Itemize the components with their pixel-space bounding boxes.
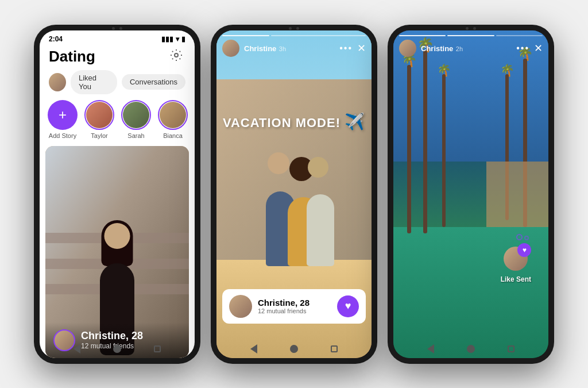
phone2-screen: Christine 3h ••• ✕ <box>216 30 372 358</box>
story-profile-name: Christine, 28 <box>258 298 331 308</box>
figure-head <box>105 223 130 249</box>
story-time-val: 3h <box>279 45 286 52</box>
story-mutual-friends: 12 mutual friends <box>258 308 331 314</box>
story-sp[interactable]: Sp... <box>194 100 195 139</box>
nav-bar <box>40 344 195 354</box>
like-button[interactable]: ♥ <box>337 295 359 317</box>
phone-1: 2:04 ▮▮▮ ▾ ▮ Dating Liked You Conversati… <box>34 25 200 364</box>
story-bianca[interactable]: Bianca <box>157 100 189 139</box>
story-poster-name: Christine <box>244 44 276 53</box>
add-story-button[interactable]: + <box>48 100 78 130</box>
speaker-dot-2 <box>296 27 299 30</box>
like-avatar-wrap: ♥ <box>504 247 528 271</box>
story-poster-info: Christine 2h <box>421 43 463 53</box>
recents-button[interactable] <box>508 345 514 352</box>
nav-bar <box>393 344 548 354</box>
dating-header: Dating <box>40 45 195 70</box>
story-time-val: 2h <box>456 45 463 52</box>
like-heart-badge: ♥ <box>517 243 531 257</box>
story-poster-info: Christine 3h <box>244 43 286 53</box>
story-label-taylor: Taylor <box>91 132 107 139</box>
speaker-dot-2 <box>119 27 122 30</box>
progress-seg-1 <box>222 35 269 36</box>
story-progress <box>393 30 548 40</box>
nav-bar <box>216 344 372 354</box>
like-sent-text: Like Sent <box>501 275 531 283</box>
stories-row: + Add Story Taylor Sarah Bianc <box>40 100 195 146</box>
palm-1: 🌴 <box>401 53 417 233</box>
back-button[interactable] <box>250 344 257 354</box>
plus-icon: + <box>59 107 67 123</box>
back-button[interactable] <box>74 344 80 354</box>
page-title: Dating <box>49 48 95 66</box>
bubble-2 <box>524 236 529 240</box>
status-bar: 2:04 ▮▮▮ ▾ ▮ <box>40 30 195 45</box>
story-profile-avatar <box>229 295 252 318</box>
story-poster-avatar <box>222 40 239 57</box>
home-button[interactable] <box>290 345 298 353</box>
avatar-inner <box>160 102 186 128</box>
speaker-dot-2 <box>473 27 476 30</box>
resort-building <box>486 162 548 227</box>
more-options-icon[interactable]: ••• <box>516 43 529 53</box>
home-button[interactable] <box>467 345 475 353</box>
recents-button[interactable] <box>331 345 338 352</box>
phone-3: Christine 2h ••• ✕ 🌴 🌴 <box>388 25 554 364</box>
tab-conversations[interactable]: Conversations <box>122 74 185 90</box>
bubble-1 <box>516 234 523 240</box>
settings-icon[interactable] <box>169 48 185 64</box>
vacation-text: VACATION MODE! <box>223 116 341 130</box>
story-avatar-sarah[interactable] <box>121 100 151 130</box>
card-person-name: Christine, 28 <box>81 330 143 342</box>
tab-row: Liked You Conversations <box>40 70 195 100</box>
story-header: Christine 3h ••• ✕ <box>216 40 372 57</box>
story-label-sarah: Sarah <box>127 132 144 139</box>
progress-seg-2 <box>271 35 366 36</box>
heart-bubbles <box>516 234 529 240</box>
story-profile-info: Christine, 28 12 mutual friends <box>258 298 331 314</box>
story-text: VACATION MODE! ✈️ <box>216 112 372 131</box>
speaker-dot-1 <box>112 27 115 30</box>
story-actions: ••• ✕ <box>339 42 366 55</box>
home-button[interactable] <box>113 345 121 353</box>
close-story-button[interactable]: ✕ <box>534 42 543 55</box>
palm-3: 🌴 <box>437 63 451 227</box>
story-label-bianca: Bianca <box>163 132 183 139</box>
heart-badge-icon: ♥ <box>523 246 527 254</box>
tab-liked-you[interactable]: Liked You <box>71 70 117 94</box>
battery-icon: ▮ <box>181 35 185 43</box>
recents-button[interactable] <box>154 345 161 352</box>
story-avatar-bianca[interactable] <box>158 100 188 130</box>
story-poster-name: Christine <box>421 44 453 53</box>
add-story-item[interactable]: + Add Story <box>47 100 79 139</box>
story-content: 🌴 🌴 🌴 🌴 🌴 <box>393 30 548 358</box>
resort-background: 🌴 🌴 🌴 🌴 🌴 <box>393 30 548 358</box>
progress-seg-3 <box>496 35 543 36</box>
story-taylor[interactable]: Taylor <box>83 100 115 139</box>
phone3-screen: Christine 2h ••• ✕ 🌴 🌴 <box>393 30 548 358</box>
story-profile-card[interactable]: Christine, 28 12 mutual friends ♥ <box>222 289 366 324</box>
progress-seg-1 <box>399 35 446 36</box>
signal-icon: ▮▮▮ <box>161 35 173 43</box>
time-display: 2:04 <box>49 35 63 43</box>
speaker-dot-1 <box>466 27 469 30</box>
close-story-button[interactable]: ✕ <box>357 42 366 55</box>
user-avatar <box>49 73 66 91</box>
story-avatar-taylor[interactable] <box>84 100 114 130</box>
story-sarah[interactable]: Sarah <box>120 100 152 139</box>
story-actions: ••• ✕ <box>516 42 543 55</box>
svg-point-0 <box>175 53 178 57</box>
wifi-icon: ▾ <box>176 35 179 43</box>
progress-seg-2 <box>447 35 494 36</box>
palm-2: 🌴 <box>417 37 434 233</box>
back-button[interactable] <box>427 344 434 354</box>
story-progress <box>216 30 372 40</box>
phone1-screen: 2:04 ▮▮▮ ▾ ▮ Dating Liked You Conversati… <box>40 30 195 358</box>
story-header: Christine 2h ••• ✕ <box>393 40 548 57</box>
avatar-inner <box>123 102 149 128</box>
plane-emoji: ✈️ <box>345 112 365 131</box>
phone-2: Christine 3h ••• ✕ <box>211 25 377 364</box>
more-options-icon[interactable]: ••• <box>339 43 353 53</box>
add-story-label: Add Story <box>49 132 76 139</box>
dating-card[interactable]: Christine, 28 12 mutual friends <box>45 146 189 358</box>
